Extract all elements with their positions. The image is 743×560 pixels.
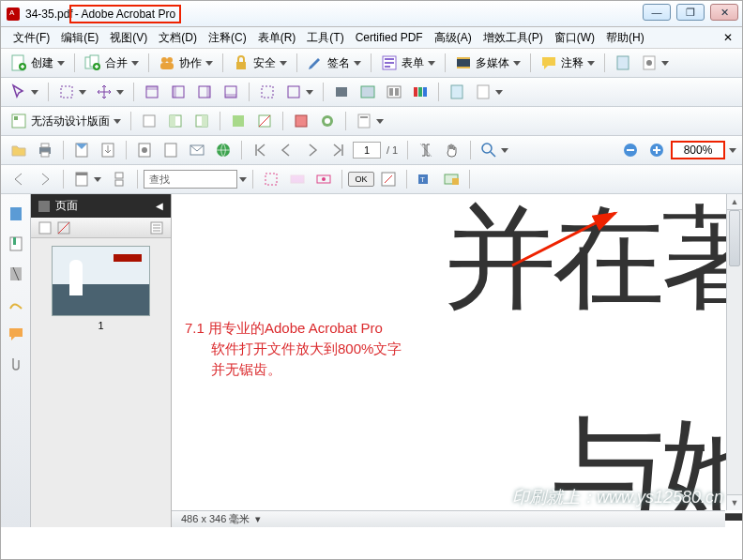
panel-tool-1[interactable] bbox=[38, 221, 52, 235]
find-dropdown-icon[interactable] bbox=[239, 175, 247, 183]
minimize-button[interactable]: — bbox=[643, 4, 671, 21]
page-thumbnail[interactable] bbox=[52, 246, 150, 316]
nav-back-button[interactable] bbox=[7, 168, 31, 190]
zoom-level-input[interactable]: 800% bbox=[671, 141, 725, 159]
sign-button[interactable]: 签名 bbox=[303, 52, 365, 74]
attach-button[interactable] bbox=[132, 139, 157, 161]
page-number-input[interactable] bbox=[353, 142, 381, 159]
crop-tool[interactable] bbox=[255, 81, 280, 103]
prev-page-button[interactable] bbox=[274, 139, 298, 161]
layout-btn-4[interactable] bbox=[226, 110, 250, 132]
crop-right-tool[interactable] bbox=[192, 81, 217, 103]
web-button[interactable] bbox=[211, 139, 235, 161]
menu-window[interactable]: 窗口(W) bbox=[550, 28, 599, 48]
menu-edit[interactable]: 编辑(E) bbox=[56, 28, 103, 48]
scroll-up-button[interactable]: ▲ bbox=[727, 194, 742, 210]
next-page-button[interactable] bbox=[300, 139, 325, 161]
nav-fwd-button[interactable] bbox=[33, 168, 57, 190]
hand-tool[interactable] bbox=[440, 139, 464, 161]
menu-tools[interactable]: 工具(T) bbox=[302, 28, 348, 48]
scroll-mode-button[interactable] bbox=[107, 168, 131, 190]
export-button[interactable] bbox=[96, 139, 120, 161]
signatures-icon[interactable] bbox=[8, 295, 24, 312]
fit-width-button[interactable] bbox=[285, 168, 310, 190]
layout-btn-8[interactable] bbox=[352, 110, 387, 132]
panel-options-icon[interactable] bbox=[150, 221, 163, 235]
zoom-out-button[interactable] bbox=[618, 139, 643, 161]
pages-panel-icon[interactable] bbox=[8, 205, 24, 222]
select-rect-tool[interactable] bbox=[54, 81, 90, 103]
fit-page-button[interactable] bbox=[259, 168, 283, 190]
print-button[interactable] bbox=[33, 139, 57, 161]
secure-button[interactable]: 安全 bbox=[229, 52, 291, 74]
merge-button[interactable]: 合并 bbox=[81, 52, 143, 74]
menu-forms[interactable]: 表单(R) bbox=[253, 28, 301, 48]
menu-file[interactable]: 文件(F) bbox=[8, 28, 54, 48]
edit-object-button[interactable] bbox=[376, 168, 401, 190]
shape-tool[interactable] bbox=[281, 81, 317, 103]
vertical-scrollbar[interactable]: ▲ ▼ bbox=[726, 194, 742, 510]
menu-comments[interactable]: 注释(C) bbox=[204, 28, 251, 48]
menu-certified[interactable]: Certified PDF bbox=[351, 29, 428, 46]
no-active-layout[interactable]: 无活动设计版面 bbox=[7, 110, 125, 132]
layout-btn-1[interactable] bbox=[137, 110, 161, 132]
color-swatch-button[interactable] bbox=[408, 81, 432, 103]
thumbnails-list[interactable]: 1 bbox=[31, 238, 171, 527]
menu-advanced[interactable]: 高级(A) bbox=[430, 28, 477, 48]
status-dropdown-icon[interactable]: ▾ bbox=[255, 513, 261, 525]
layout-btn-2[interactable] bbox=[163, 110, 188, 132]
move-tool[interactable] bbox=[92, 81, 128, 103]
scroll-thumb[interactable] bbox=[729, 210, 740, 266]
comments-panel-icon[interactable] bbox=[8, 325, 24, 342]
multimedia-button[interactable]: 多媒体 bbox=[451, 52, 524, 74]
config-icon[interactable] bbox=[637, 52, 673, 74]
ok-button[interactable]: OK bbox=[348, 172, 374, 187]
text-select-tool[interactable] bbox=[414, 139, 438, 161]
pages-panel-collapse[interactable]: ◀ bbox=[156, 201, 163, 211]
layout-btn-6[interactable] bbox=[289, 110, 313, 132]
zoom-dropdown-icon[interactable] bbox=[729, 146, 736, 154]
menu-plugins[interactable]: 增效工具(P) bbox=[478, 28, 548, 48]
arrow-tool[interactable] bbox=[7, 81, 42, 103]
close-button[interactable]: ✕ bbox=[710, 4, 738, 21]
rect-sel-button[interactable] bbox=[356, 81, 380, 103]
create-button[interactable]: 创建 bbox=[7, 52, 68, 74]
clip-icon[interactable] bbox=[8, 356, 24, 372]
page-icon-a[interactable] bbox=[445, 81, 469, 103]
document-view[interactable]: 并在著 与她 7.1 用专业的Adobe Acrobat Pro 软件打开文件放… bbox=[172, 194, 742, 527]
open-folder-button[interactable] bbox=[7, 139, 31, 161]
last-page-button[interactable] bbox=[326, 139, 351, 161]
zoom-in-button[interactable] bbox=[644, 139, 669, 161]
actual-size-button[interactable] bbox=[311, 168, 336, 190]
menu-document[interactable]: 文档(D) bbox=[154, 28, 202, 48]
bookmarks-icon[interactable] bbox=[8, 235, 24, 252]
layout-btn-7[interactable] bbox=[315, 110, 340, 132]
scroll-down-button[interactable]: ▼ bbox=[727, 494, 742, 510]
touchup-text-button[interactable]: T bbox=[413, 168, 437, 190]
layout-btn-3[interactable] bbox=[190, 110, 214, 132]
crop-left-tool[interactable] bbox=[166, 81, 190, 103]
marquee-zoom-tool[interactable] bbox=[477, 139, 512, 161]
forms-button[interactable]: 表单 bbox=[377, 52, 439, 74]
page-settings-icon[interactable] bbox=[611, 52, 635, 74]
menu-help[interactable]: 帮助(H) bbox=[601, 28, 649, 48]
comment-button[interactable]: 注释 bbox=[537, 52, 599, 74]
crop-bottom-tool[interactable] bbox=[219, 81, 243, 103]
crop-top-tool[interactable] bbox=[140, 81, 164, 103]
menu-view[interactable]: 视图(V) bbox=[105, 28, 152, 48]
collab-button[interactable]: 协作 bbox=[155, 52, 217, 74]
reading-mode-button[interactable] bbox=[382, 81, 406, 103]
save-button[interactable] bbox=[69, 139, 94, 161]
page-display-button[interactable] bbox=[69, 168, 105, 190]
maximize-button[interactable]: ❐ bbox=[676, 4, 705, 21]
document-button[interactable] bbox=[159, 139, 183, 161]
layout-btn-5[interactable] bbox=[252, 110, 277, 132]
panel-tool-2[interactable] bbox=[57, 221, 70, 235]
menu-close-x[interactable]: ✕ bbox=[723, 31, 733, 44]
find-input[interactable]: 查找 bbox=[144, 170, 237, 189]
page-icon-b[interactable] bbox=[471, 81, 507, 103]
first-page-button[interactable] bbox=[248, 139, 272, 161]
email-button[interactable] bbox=[185, 139, 209, 161]
attachments-icon[interactable] bbox=[8, 265, 24, 282]
rect-solid-button[interactable] bbox=[329, 81, 354, 103]
